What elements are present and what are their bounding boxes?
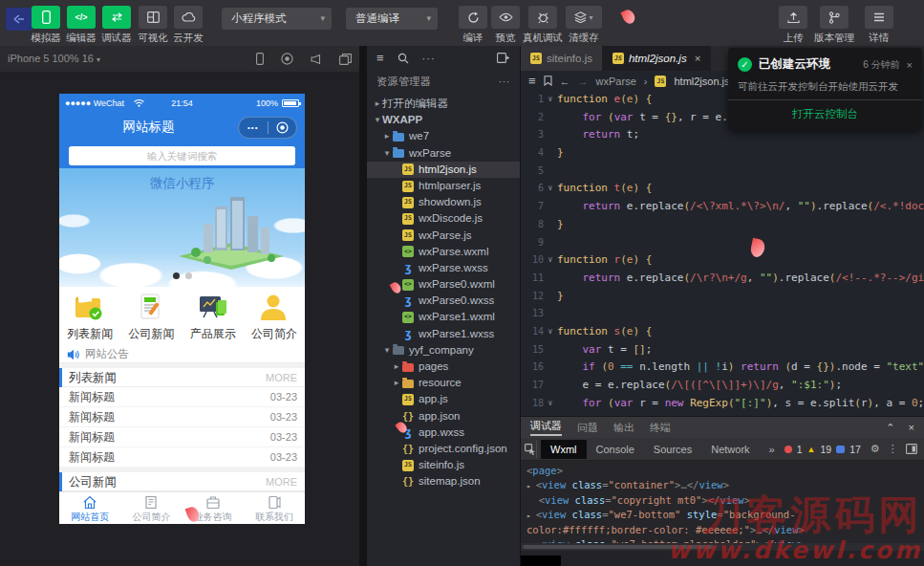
simulator-button[interactable] — [32, 6, 60, 29]
tree-item-wxparse[interactable]: ▾wxParse — [367, 145, 520, 162]
tree-item-yyf-company[interactable]: ▾yyf_company — [367, 342, 520, 359]
tree-item-wxparse1-wxss[interactable]: ʒwxParse1.wxss — [367, 326, 520, 342]
compile-mode-select[interactable]: 普通编译▾ — [346, 8, 438, 30]
tab-company-profile[interactable]: 公司简介 — [120, 492, 182, 524]
settings-gear-icon[interactable]: ⚙ — [870, 443, 880, 455]
wxml-inspector[interactable]: <page>▸ <view class="container">…</view>… — [521, 461, 924, 543]
site-notice-row[interactable]: 网站公告 — [59, 346, 305, 363]
devtools-tab-sources[interactable]: Sources — [644, 440, 701, 459]
breadcrumb-file[interactable]: html2json.js — [674, 76, 729, 87]
breadcrumb-folder[interactable]: wxParse — [596, 76, 636, 87]
compile-button[interactable] — [459, 6, 487, 29]
sound-icon[interactable] — [311, 54, 322, 65]
toast-close-icon[interactable]: × — [907, 59, 913, 71]
news-row[interactable]: 新闻标题03-23 — [59, 447, 305, 468]
tree-item-app-wxss[interactable]: ʒapp.wxss — [367, 424, 520, 441]
more-icon[interactable]: ··· — [422, 53, 436, 64]
horizontal-scrollbar[interactable] — [521, 543, 924, 551]
tree-item-showdown-js[interactable]: JSshowdown.js — [367, 194, 520, 210]
news-row[interactable]: 新闻标题03-23 — [59, 387, 305, 407]
menu-icon[interactable]: ≡ — [528, 74, 536, 88]
tree-item-app-json[interactable]: {}app.json — [367, 408, 520, 424]
wechat-devtools-logo-icon[interactable] — [6, 8, 32, 31]
tree-item-wxparse0-wxss[interactable]: ʒwxParse0.wxss — [367, 293, 520, 309]
rotate-device-icon[interactable] — [256, 53, 264, 65]
cloud-dev-button[interactable] — [174, 6, 203, 29]
info-count[interactable]: 17 — [849, 444, 861, 455]
grid-item-company-news[interactable]: 公司新闻 — [120, 287, 182, 346]
error-count[interactable]: 1 — [797, 444, 803, 455]
tree-item-html2json-js[interactable]: JShtml2json.js — [367, 162, 520, 178]
tab-siteinfo-js[interactable]: JS siteinfo.js — [521, 46, 603, 71]
more-link[interactable]: MORE — [266, 472, 297, 491]
fold-chevron-icon[interactable]: ∨ — [544, 251, 557, 270]
close-panel-icon[interactable]: × — [909, 422, 914, 434]
warning-count[interactable]: 19 — [820, 444, 831, 455]
devtools-tab-console[interactable]: Console — [587, 440, 644, 459]
grid-item-company-profile[interactable]: 公司简介 — [244, 287, 305, 346]
debugger-button[interactable] — [102, 6, 131, 29]
tree-item-wxapp[interactable]: ▾WXAPP — [367, 112, 520, 128]
capsule-menu[interactable]: ••• — [238, 117, 297, 139]
news-row[interactable]: 新闻标题03-23 — [59, 407, 305, 427]
search-icon[interactable] — [398, 53, 409, 64]
device-debug-button[interactable] — [528, 6, 557, 29]
details-button[interactable] — [865, 6, 893, 29]
tree-item-htmlparser-js[interactable]: JShtmlparser.js — [367, 178, 520, 194]
tree-item-we7[interactable]: ▸we7 — [367, 128, 520, 144]
grid-item-products[interactable]: 产品展示 — [183, 287, 244, 346]
tab-contact-us[interactable]: 联系我们 — [244, 492, 305, 524]
more-menu-icon[interactable]: ••• — [239, 123, 268, 132]
tab-problems[interactable]: 问题 — [577, 421, 598, 435]
tree-item-wxdiscode-js[interactable]: JSwxDiscode.js — [367, 210, 520, 227]
carousel-dots[interactable] — [59, 272, 305, 279]
tree-item-app-js[interactable]: JSapp.js — [367, 391, 520, 407]
bookmark-icon[interactable] — [544, 76, 552, 86]
tree-item-sitemap-json[interactable]: {}sitemap.json — [367, 473, 520, 490]
exit-mini-program-icon[interactable] — [269, 121, 297, 134]
toggle-panel-icon[interactable] — [497, 53, 510, 63]
fold-chevron-icon[interactable]: ∨ — [544, 91, 557, 109]
tree-item-wxparse-js[interactable]: JSwxParse.js — [367, 228, 520, 244]
close-tab-icon[interactable]: × — [695, 53, 701, 64]
tab-html2json-js[interactable]: JS html2json.js × — [603, 46, 711, 71]
fold-chevron-icon[interactable]: ∨ — [544, 323, 557, 341]
tree-item--[interactable]: ▸打开的编辑器 — [367, 96, 520, 112]
record-icon[interactable] — [281, 53, 293, 65]
fold-chevron-icon[interactable]: ∨ — [544, 180, 557, 198]
visualize-button[interactable] — [139, 6, 167, 29]
element-picker-icon[interactable] — [525, 441, 537, 458]
mode-select[interactable]: 小程序模式▾ — [222, 8, 332, 30]
open-cloud-console-link[interactable]: 打开云控制台 — [728, 107, 922, 121]
version-control-button[interactable] — [820, 6, 849, 29]
search-input[interactable] — [69, 146, 295, 165]
more-vertical-icon[interactable]: ⋮ — [888, 443, 898, 455]
upload-button[interactable] — [779, 6, 807, 29]
menu-icon[interactable]: ≡ — [376, 51, 384, 65]
device-selector[interactable]: iPhone 5 100% 16 ▾ — [8, 53, 100, 64]
more-link[interactable]: MORE — [266, 368, 297, 387]
fold-chevron-icon[interactable]: ∨ — [544, 395, 557, 413]
dock-icon[interactable] — [906, 444, 917, 454]
tree-item-project-config-json[interactable]: {}project.config.json — [367, 441, 520, 457]
tree-item-siteinfo-js[interactable]: JSsiteinfo.js — [367, 457, 520, 473]
tab-home[interactable]: 网站首页 — [59, 492, 120, 524]
explorer-more-icon[interactable]: ··· — [499, 70, 511, 94]
tab-output[interactable]: 输出 — [613, 421, 634, 435]
devtools-tab-wxml[interactable]: Wxml — [541, 440, 587, 459]
grid-item-list-news[interactable]: 列表新闻 — [59, 287, 120, 346]
back-icon[interactable]: ← — [560, 76, 570, 87]
code-editor[interactable]: 1∨function e(e) {2 for (var t = {}, r = … — [521, 91, 924, 416]
float-window-icon[interactable] — [339, 54, 352, 65]
editor-button[interactable]: </> — [67, 6, 96, 29]
devtools-tab-network[interactable]: Network — [701, 440, 759, 459]
news-row[interactable]: 新闻标题03-23 — [59, 427, 305, 447]
collapse-panel-icon[interactable]: ⌃ — [886, 422, 894, 434]
preview-button[interactable] — [491, 6, 520, 29]
tab-terminal[interactable]: 终端 — [650, 421, 671, 435]
tree-item-pages[interactable]: ▸pages — [367, 359, 520, 375]
tab-debugger[interactable]: 调试器 — [530, 419, 562, 436]
tree-item-wxparse-wxss[interactable]: ʒwxParse.wxss — [367, 260, 520, 276]
tree-item-resource[interactable]: ▸resource — [367, 375, 520, 391]
forward-icon[interactable]: → — [578, 76, 589, 87]
